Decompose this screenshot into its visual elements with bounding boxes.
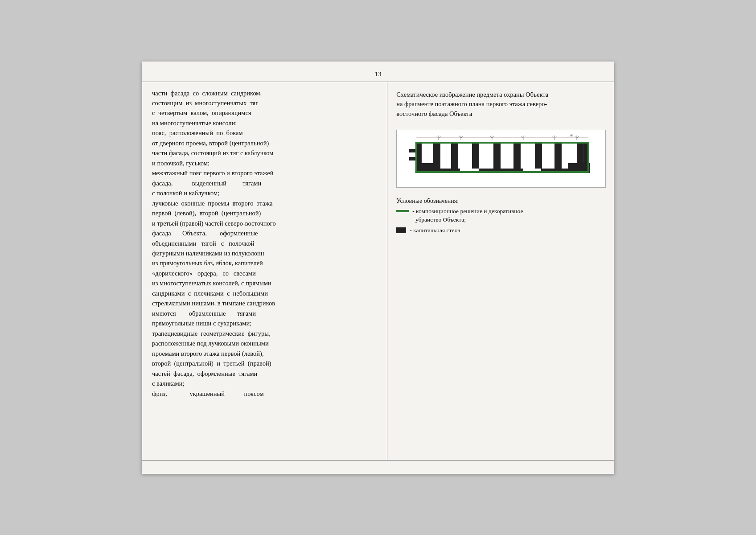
svg-rect-19: [535, 142, 542, 169]
legend-black-text: - капитальная стена: [410, 226, 460, 235]
legend-title: Условные обозначения:: [396, 198, 606, 205]
svg-rect-27: [409, 149, 415, 152]
page-content: части фасада со сложным сандриком, состо…: [142, 82, 614, 461]
svg-rect-0: [403, 132, 599, 181]
floor-plan-svg: TAr: [399, 132, 604, 181]
svg-rect-31: [415, 142, 417, 173]
svg-rect-32: [588, 142, 589, 173]
svg-rect-16: [472, 142, 479, 169]
svg-rect-20: [555, 142, 562, 169]
legend-black-swatch: [396, 227, 406, 233]
left-column: части фасада со сложным сандриком, состо…: [142, 82, 387, 460]
svg-rect-15: [451, 142, 458, 169]
legend-green-swatch: [396, 210, 409, 212]
legend-item-green: - композиционное решение и декоративное …: [396, 207, 606, 224]
left-text: части фасада со сложным сандриком, состо…: [152, 88, 379, 399]
right-title: Схематическое изображение предмета охран…: [396, 90, 606, 119]
svg-rect-28: [409, 157, 415, 160]
svg-rect-17: [493, 142, 501, 169]
svg-rect-29: [415, 142, 589, 144]
right-column: Схематическое изображение предмета охран…: [387, 82, 614, 460]
legend-item-black: - капитальная стена: [396, 226, 606, 235]
svg-rect-30: [415, 171, 589, 173]
svg-rect-14: [433, 142, 440, 169]
legend: Условные обозначения: - композиционное р…: [396, 198, 606, 235]
legend-green-text: - композиционное решение и декоративное …: [412, 207, 523, 224]
floor-plan-container: TAr: [396, 130, 606, 188]
page-number: 13: [142, 70, 614, 78]
svg-text:TAr: TAr: [568, 133, 574, 137]
page: 13 части фасада со сложным сандриком, со…: [142, 62, 614, 474]
svg-rect-18: [514, 142, 521, 169]
floor-plan: TAr: [399, 132, 604, 185]
